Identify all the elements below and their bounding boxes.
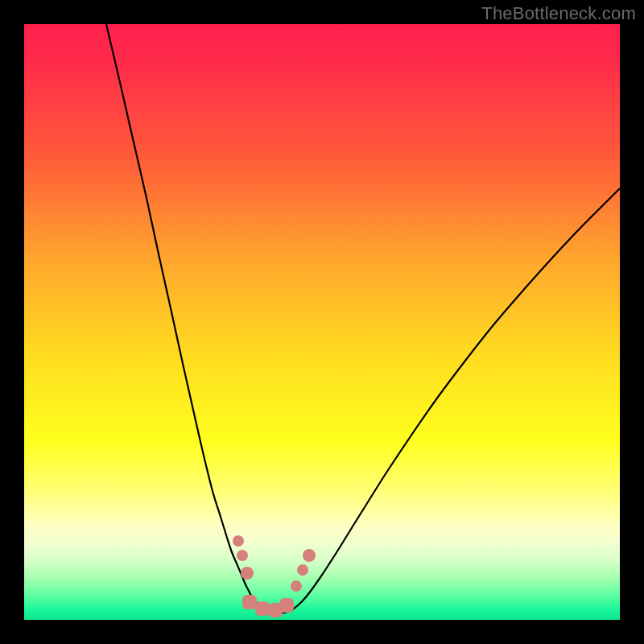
marker-circle (233, 535, 244, 547)
marker-circle (291, 580, 302, 592)
marker-circle (241, 567, 254, 580)
chart-plot-area (24, 24, 620, 620)
curve-right-branch (279, 188, 620, 613)
marker-square (255, 601, 270, 616)
curve-left-branch (106, 24, 279, 613)
chart-outer: TheBottleneck.com (0, 0, 644, 644)
marker-square (242, 595, 257, 609)
curve-markers (233, 535, 316, 617)
marker-circle (237, 550, 248, 561)
watermark-label: TheBottleneck.com (481, 3, 636, 24)
marker-square (279, 598, 294, 613)
chart-curves-layer (24, 24, 620, 620)
marker-circle (303, 549, 316, 562)
marker-circle (297, 564, 308, 576)
